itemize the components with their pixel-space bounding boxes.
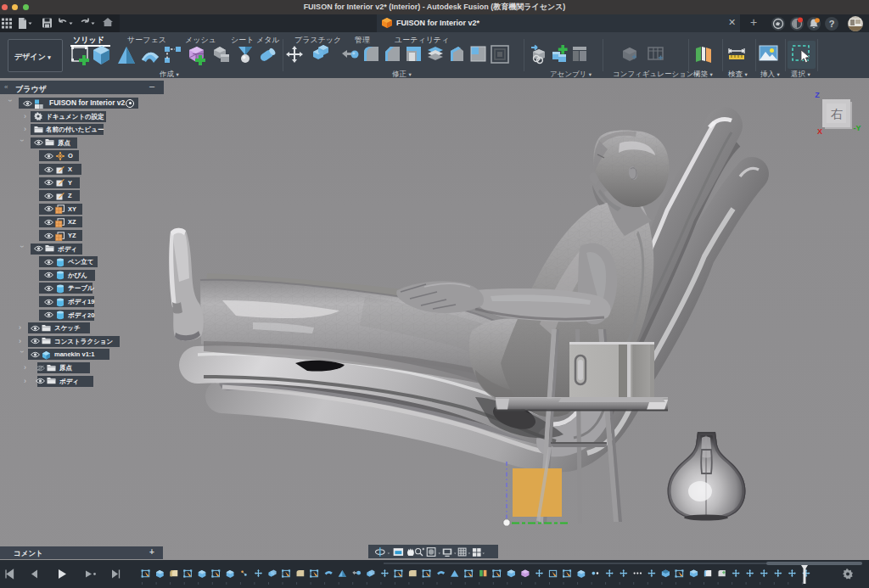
svg-text:Z: Z <box>815 91 820 99</box>
svg-text:-Y: -Y <box>854 124 861 132</box>
svg-text:X: X <box>817 127 822 136</box>
svg-text:右: 右 <box>831 107 843 120</box>
